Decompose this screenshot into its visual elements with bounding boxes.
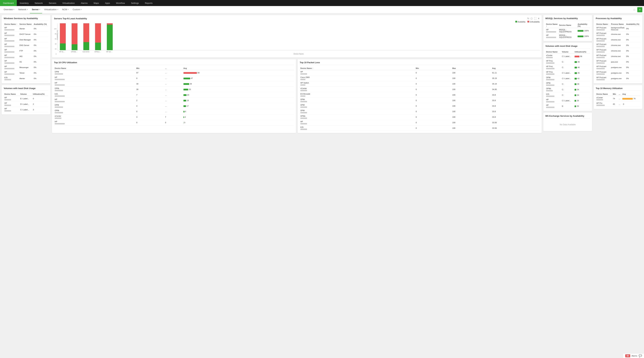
table-row: HP Pro 45 ... 0 (596, 102, 640, 107)
table-row: HP ProL C: 46 (546, 59, 590, 65)
table-row: HP Telnet 0% (4, 70, 48, 76)
tab-overview[interactable]: Overview ▾ (2, 6, 16, 14)
table-row: HP ProLiant chrome.exe 0% (596, 54, 640, 59)
availability-value: 0% (33, 54, 48, 59)
device-name-cell: HP (54, 76, 136, 81)
table-row: k16- Alerter 0% (4, 76, 48, 81)
availability-value: 100% (577, 34, 590, 39)
nav-maps[interactable]: Maps (90, 0, 102, 6)
nav-servers[interactable]: Servers (46, 0, 59, 6)
status-bar: 50 Alarms 💬 (623, 353, 644, 358)
max-value: 100 (452, 81, 492, 87)
refresh-icon[interactable]: ↻ (527, 17, 529, 20)
availability-value: 0% (626, 76, 640, 81)
process-name: postgres.exe (610, 65, 626, 70)
device-name-cell: vCenter (54, 114, 136, 120)
nav-inventory[interactable]: Inventory (17, 0, 32, 6)
tab-network[interactable]: Network ▾ (16, 6, 30, 14)
device-name-cell: OPM (300, 103, 415, 109)
ellipsis-value: ... (164, 81, 183, 87)
ellipsis-value: ... (164, 76, 183, 81)
nav-reports[interactable]: Reports (142, 0, 156, 6)
nav-apps[interactable]: Apps (102, 0, 113, 6)
chat-icon[interactable]: 💬 (639, 354, 642, 357)
device-name-cell: HP (4, 42, 19, 48)
device-name-cell: HP (54, 98, 136, 103)
availability-value: 0% (33, 48, 48, 54)
availability-value: 0% (33, 32, 48, 37)
download-icon[interactable]: ⬡ (531, 17, 533, 20)
volume-name: C:\ Label... (561, 98, 574, 104)
nav-network[interactable]: Network (32, 0, 46, 6)
volume-name: C: (561, 59, 574, 65)
table-row: OPMc C: 34 (546, 87, 590, 92)
availability-value: 0% (33, 26, 48, 32)
availability-value: 0% (626, 32, 640, 37)
expand-icon[interactable]: ⛶ (534, 17, 536, 20)
col-device-name[interactable]: Device Name ↑ (4, 22, 19, 26)
availability-value: 0% (626, 54, 640, 59)
close-icon[interactable]: ✕ (538, 17, 540, 20)
col-device-name[interactable]: Device Name (4, 92, 20, 96)
nav-virtualization[interactable]: Virtualization (59, 0, 78, 6)
volumes-most-card: Volumes with most Disk Usage Device Name… (544, 43, 592, 111)
table-row: HP ProLiant chrome.exe 0% (596, 42, 640, 48)
min-value: 0 (136, 120, 164, 126)
table-row: HP DNS Server 0% (4, 42, 48, 48)
avg-value: 4 (183, 114, 294, 120)
col-device[interactable]: Device Name (596, 92, 612, 96)
availability-value: 0% (33, 70, 48, 76)
device-name-cell: HP (54, 81, 136, 87)
ms-exchange-title: MS Exchange Services by Availability (546, 115, 590, 118)
device-name-cell: HP (4, 96, 20, 102)
avg-value: 17 (183, 103, 294, 109)
favorite-icon[interactable]: ☆ (633, 8, 636, 12)
col-device[interactable]: Device Name (546, 50, 561, 54)
nav-dashboard[interactable]: Dashboard (0, 0, 17, 6)
table-row: OPM- 0 100 33.8 (300, 98, 540, 103)
table-row: HP Disk Manager 0% (4, 37, 48, 42)
mssql-title: MSSQL Services by Availability (546, 17, 590, 21)
col-device[interactable]: Device Name ↑ (300, 66, 415, 70)
table-row: HP 0 100 33.56 (300, 120, 540, 126)
avg-value: 20 (183, 92, 294, 98)
min-value: 30 (136, 87, 164, 92)
col-device[interactable]: Device Name ↑ (546, 22, 558, 28)
utilization-value: 45 (574, 70, 590, 76)
chevron-down-icon: ▾ (39, 8, 40, 10)
tab-server[interactable]: Server ▾ (30, 6, 42, 14)
avg-value: 33.56 (492, 126, 540, 131)
device-name-cell: k16- (300, 126, 415, 131)
device-name-cell: HP ProL (546, 70, 561, 76)
col-availability: Availability (%) (33, 22, 48, 26)
table-row: OPM- 30 ... 33 (54, 87, 294, 92)
volume-name: E:\ Label... (20, 96, 32, 102)
utilization-value: 96 (574, 54, 590, 59)
windows-services-card: Windows Services by Availability Device … (2, 15, 50, 83)
top-cpu-card: Top 10 CPU Utilization Device Name Min .… (52, 59, 296, 133)
menu-button[interactable]: ≡ (637, 7, 642, 12)
volume-name: E: (561, 104, 574, 109)
table-row: OPM 97 ... 99 (54, 70, 294, 76)
tab-virtualization[interactable]: Virtualization ▾ (42, 6, 60, 14)
table-row: OPMc 0 100 33.8 (300, 114, 540, 120)
availability-value: 100% (577, 28, 590, 34)
nav-workflow[interactable]: Workflow (113, 0, 128, 6)
max-value: 100 (452, 114, 492, 120)
process-name: backgroundTask Host.exe (610, 26, 626, 32)
col-device[interactable]: Device Name (54, 66, 136, 70)
device-name-cell: HP (4, 70, 19, 76)
table-row: HP DHCP Server 0% (4, 32, 48, 37)
min-value: 2 (136, 98, 164, 103)
min-value: 0 (415, 76, 452, 81)
device-name-cell: vCenter (546, 54, 561, 59)
tab-ncm[interactable]: NCM ▾ (60, 6, 71, 14)
nav-alarms[interactable]: Alarms (78, 0, 90, 6)
alarm-badge[interactable]: 50 (625, 354, 630, 357)
nav-settings[interactable]: Settings (128, 0, 142, 6)
max-value: 100 (452, 103, 492, 109)
col-service-name[interactable]: Service Name (19, 22, 33, 26)
legend-avail: Availability (518, 21, 526, 23)
tab-custom[interactable]: Custom ▾ (70, 6, 84, 14)
col-device[interactable]: Device Name ↑ (596, 22, 610, 26)
